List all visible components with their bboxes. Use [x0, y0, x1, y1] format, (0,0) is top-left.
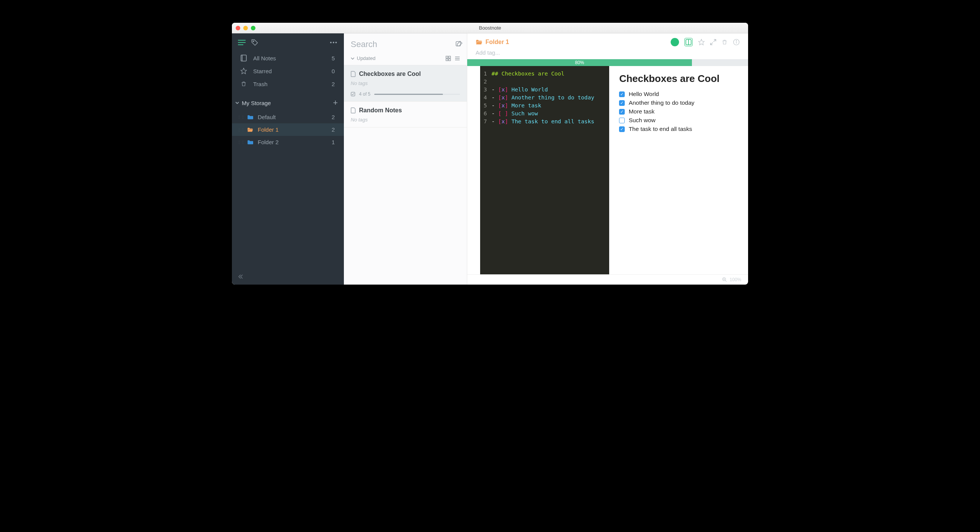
star-button[interactable] — [698, 39, 705, 46]
folder-label: Default — [258, 114, 276, 120]
nav-all-notes[interactable]: All Notes 5 — [232, 52, 344, 65]
svg-rect-9 — [449, 56, 450, 58]
note-card[interactable]: Random NotesNo tags — [344, 102, 467, 127]
note-title: Random Notes — [359, 107, 402, 114]
svg-line-19 — [714, 40, 716, 42]
task-checkbox[interactable] — [619, 91, 625, 97]
new-note-button[interactable] — [455, 41, 463, 48]
nav-starred[interactable]: Starred 0 — [232, 65, 344, 78]
nav-label: Starred — [253, 68, 272, 75]
folder-icon — [247, 114, 254, 120]
sidebar-collapse-button[interactable] — [232, 270, 344, 284]
folder-open-icon — [476, 39, 482, 45]
checkbox-icon — [351, 92, 355, 96]
code-line[interactable]: 4- [x] Another thing to do today — [480, 94, 604, 102]
code-line[interactable]: 3- [x] Hello World — [480, 86, 604, 94]
compose-icon — [455, 41, 463, 48]
sort-dropdown[interactable]: Updated — [351, 56, 375, 61]
chevron-down-icon — [235, 100, 240, 106]
task-checkbox[interactable] — [619, 100, 625, 106]
progress-bar: 80% — [467, 59, 748, 66]
task-label: Another thing to do today — [628, 99, 694, 106]
star-icon — [698, 39, 705, 46]
list-icon — [455, 56, 460, 61]
note-tags: No tags — [351, 117, 460, 122]
svg-rect-10 — [446, 59, 448, 61]
chevron-double-left-icon — [238, 274, 243, 279]
sort-label-text: Updated — [357, 56, 375, 61]
folder-item-default[interactable]: ⋮⋮Default2 — [232, 111, 344, 123]
note-card[interactable]: Checkboxes are CoolNo tags4 of 5 — [344, 65, 467, 102]
note-progress-bar — [374, 94, 460, 95]
grid-icon — [445, 56, 451, 61]
progress-text: 80% — [575, 60, 584, 65]
svg-rect-11 — [449, 59, 450, 61]
folder-count: 1 — [332, 139, 335, 145]
code-line[interactable]: 7- [x] The task to end all tasks — [480, 118, 604, 125]
tag-icon[interactable] — [251, 39, 258, 46]
svg-rect-4 — [241, 55, 246, 61]
expand-icon — [710, 39, 716, 45]
editor-panel: Folder 1 — [467, 33, 748, 284]
line-number: 6 — [480, 110, 492, 118]
folder-item-folder-1[interactable]: ⋮⋮Folder 12 — [232, 123, 344, 136]
task-label: Hello World — [628, 91, 659, 97]
svg-point-3 — [253, 41, 254, 42]
drag-handle-icon[interactable]: ⋮⋮ — [237, 140, 245, 144]
task-checkbox[interactable] — [619, 126, 625, 132]
svg-line-25 — [725, 280, 727, 282]
zoom-button[interactable] — [722, 277, 727, 282]
preview-pane: Checkboxes are Cool Hello WorldAnother t… — [609, 66, 748, 274]
nav-trash[interactable]: Trash 2 — [232, 78, 344, 90]
titlebar: Boostnote — [232, 23, 748, 33]
storage-label: My Storage — [242, 100, 271, 106]
split-view-button[interactable] — [684, 38, 693, 46]
window-minimize-button[interactable] — [243, 26, 248, 30]
drag-handle-icon[interactable]: ⋮⋮ — [237, 115, 245, 119]
note-color-button[interactable] — [671, 38, 679, 46]
document-icon — [351, 107, 356, 113]
code-line[interactable]: 2 — [480, 78, 604, 86]
view-grid-button[interactable] — [445, 56, 451, 61]
fullscreen-button[interactable] — [710, 39, 716, 45]
zoom-label: 100% — [730, 277, 741, 282]
delete-button[interactable] — [722, 39, 728, 46]
drag-handle-icon[interactable]: ⋮⋮ — [237, 127, 245, 132]
add-folder-button[interactable]: + — [333, 98, 338, 108]
menu-icon[interactable] — [238, 40, 245, 46]
task-checkbox[interactable] — [619, 109, 625, 114]
star-icon — [240, 68, 248, 75]
svg-rect-8 — [446, 56, 448, 58]
task-item: Hello World — [619, 91, 738, 97]
search-input[interactable] — [351, 40, 455, 49]
preview-title: Checkboxes are Cool — [619, 73, 738, 85]
task-item: Another thing to do today — [619, 99, 738, 106]
storage-header[interactable]: My Storage + — [232, 92, 344, 111]
svg-rect-15 — [351, 92, 355, 96]
folder-item-folder-2[interactable]: ⋮⋮Folder 21 — [232, 136, 344, 148]
more-menu-icon[interactable]: ••• — [330, 40, 338, 46]
line-number: 7 — [480, 118, 492, 125]
breadcrumb[interactable]: Folder 1 — [476, 39, 509, 46]
folder-count: 2 — [332, 126, 335, 133]
nav-count: 0 — [332, 68, 335, 75]
line-number: 4 — [480, 94, 492, 102]
zoom-icon — [722, 277, 727, 282]
window-zoom-button[interactable] — [251, 26, 255, 30]
tag-input[interactable] — [476, 49, 740, 56]
line-number: 1 — [480, 70, 492, 78]
folder-label: Folder 1 — [258, 126, 278, 133]
window-close-button[interactable] — [236, 26, 240, 30]
code-line[interactable]: 1## Checkboxes are Cool — [480, 70, 604, 78]
note-list-panel: Updated Checkboxes are CoolNo tags4 of 5… — [344, 33, 467, 284]
code-line[interactable]: 6- [ ] Such wow — [480, 110, 604, 118]
breadcrumb-label: Folder 1 — [485, 39, 509, 46]
info-button[interactable] — [733, 39, 740, 46]
nav-label: All Notes — [253, 55, 276, 62]
columns-icon — [686, 39, 692, 45]
code-line[interactable]: 5- [x] More task — [480, 102, 604, 110]
view-list-button[interactable] — [455, 56, 460, 61]
code-editor[interactable]: 1## Checkboxes are Cool23- [x] Hello Wor… — [480, 66, 609, 274]
task-checkbox[interactable] — [619, 118, 625, 123]
trash-icon — [240, 81, 248, 87]
